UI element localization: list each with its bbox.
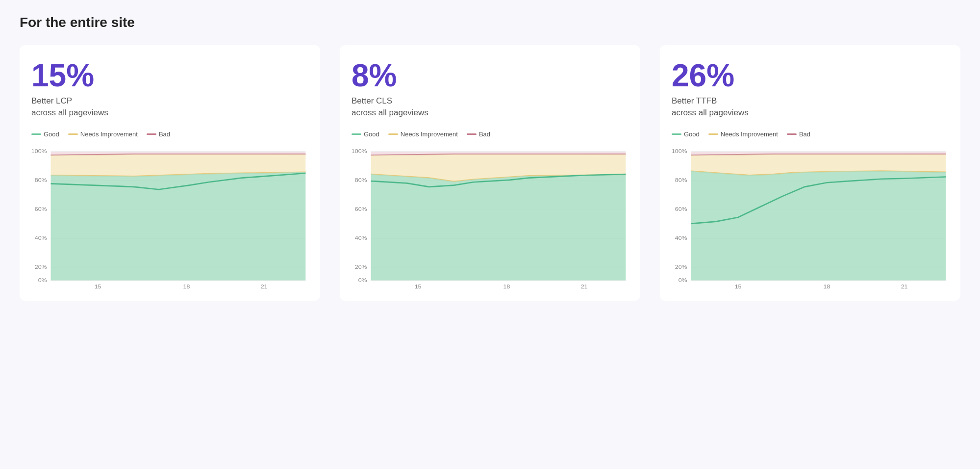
svg-text:0%: 0% [358,277,367,284]
svg-text:20%: 20% [675,263,687,270]
ttfb-chart: 100% 80% 60% 40% 20% 0% [672,144,949,291]
page-title: For the entire site [20,15,960,30]
svg-text:80%: 80% [35,177,47,183]
bad-line-icon [147,133,156,135]
svg-text:21: 21 [581,283,588,290]
cls-legend-needs-improvement: Needs Improvement [388,130,458,138]
svg-text:60%: 60% [355,206,367,212]
svg-text:18: 18 [823,283,830,290]
svg-text:20%: 20% [35,263,47,270]
svg-text:100%: 100% [672,148,687,155]
lcp-label: Better LCP across all pageviews [31,95,308,119]
ttfb-legend: Good Needs Improvement Bad [672,130,949,138]
cls-needs-improvement-line-icon [388,133,398,135]
cls-value: 8% [352,60,628,91]
svg-text:100%: 100% [31,148,47,155]
svg-text:15: 15 [735,283,742,290]
legend-good: Good [31,130,59,138]
svg-text:60%: 60% [35,206,47,212]
svg-text:60%: 60% [675,206,687,212]
svg-text:40%: 40% [35,234,47,241]
svg-text:40%: 40% [355,234,367,241]
lcp-chart: 100% 80% 60% 40% 20% 0% [31,144,308,291]
svg-text:15: 15 [415,283,422,290]
cls-legend-good: Good [352,130,379,138]
svg-text:18: 18 [503,283,510,290]
cls-legend: Good Needs Improvement Bad [352,130,628,138]
ttfb-good-line-icon [672,133,681,135]
lcp-card: 15% Better LCP across all pageviews Good… [20,45,320,301]
svg-text:0%: 0% [678,277,687,284]
svg-text:15: 15 [95,283,101,290]
ttfb-legend-needs-improvement: Needs Improvement [708,130,778,138]
ttfb-legend-good: Good [672,130,700,138]
svg-text:100%: 100% [352,148,367,155]
svg-text:0%: 0% [38,277,47,284]
needs-improvement-line-icon [68,133,78,135]
svg-text:80%: 80% [675,177,687,183]
charts-grid: 15% Better LCP across all pageviews Good… [20,45,960,301]
svg-text:18: 18 [183,283,190,290]
cls-legend-bad: Bad [467,130,490,138]
ttfb-bad-line-icon [787,133,797,135]
ttfb-label: Better TTFB across all pageviews [672,95,949,119]
cls-label: Better CLS across all pageviews [352,95,628,119]
lcp-value: 15% [31,60,308,91]
good-line-icon [31,133,41,135]
cls-card: 8% Better CLS across all pageviews Good … [340,45,640,301]
ttfb-value: 26% [672,60,949,91]
legend-needs-improvement: Needs Improvement [68,130,138,138]
cls-good-line-icon [352,133,361,135]
svg-text:21: 21 [901,283,908,290]
svg-text:20%: 20% [355,263,367,270]
svg-text:40%: 40% [675,234,687,241]
cls-chart: 100% 80% 60% 40% 20% 0% [352,144,628,291]
svg-text:21: 21 [261,283,268,290]
ttfb-legend-bad: Bad [787,130,810,138]
lcp-legend: Good Needs Improvement Bad [31,130,308,138]
ttfb-needs-improvement-line-icon [708,133,718,135]
legend-bad: Bad [147,130,170,138]
svg-text:80%: 80% [355,177,367,183]
ttfb-card: 26% Better TTFB across all pageviews Goo… [660,45,960,301]
cls-bad-line-icon [467,133,477,135]
